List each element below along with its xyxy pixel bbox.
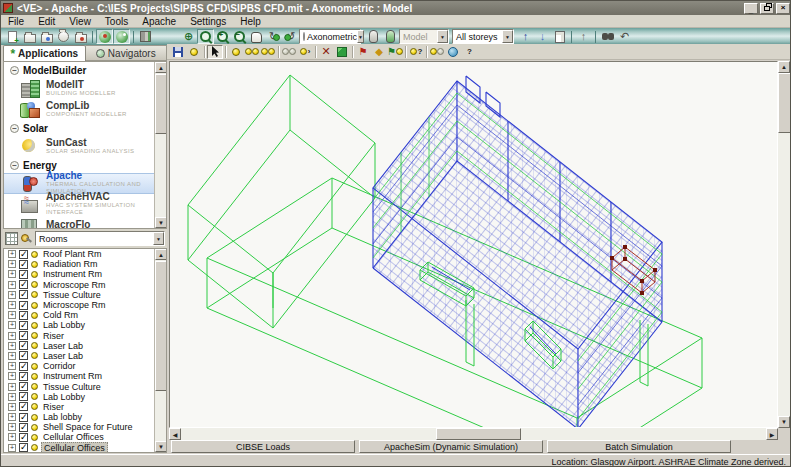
canvas-hscrollbar[interactable]: ◀ ▶ <box>169 428 778 440</box>
expand-icon[interactable] <box>8 362 16 370</box>
expand-icon[interactable] <box>8 250 16 258</box>
bulb-edit-icon[interactable] <box>228 45 244 59</box>
undo-icon[interactable]: ↶ <box>616 29 633 44</box>
collapse-icon[interactable]: − <box>10 124 19 133</box>
open-folder-icon[interactable] <box>21 29 38 44</box>
scroll-down-icon[interactable]: ▼ <box>155 217 167 228</box>
zoom-in-icon[interactable]: + <box>214 29 231 44</box>
bulb-dim-pair-icon[interactable] <box>281 45 297 59</box>
section-modelbuilder[interactable]: − ModelBuilder <box>4 62 166 78</box>
restore-button[interactable] <box>760 3 774 14</box>
apachesim-button[interactable]: ApacheSim (Dynamic Simulation) <box>359 440 543 453</box>
canvas-vscrollbar[interactable]: ▲ ▼ <box>778 61 791 428</box>
key-sort-icon[interactable] <box>20 232 33 245</box>
view-mode-select[interactable]: Axonometric <box>299 29 361 44</box>
tab-applications[interactable]: * Applications <box>3 45 86 61</box>
room-checkbox[interactable] <box>19 260 28 269</box>
room-checkbox[interactable] <box>19 321 28 330</box>
room-checkbox[interactable] <box>19 301 28 310</box>
room-row[interactable]: Shell Space for Future <box>4 422 166 432</box>
room-checkbox[interactable] <box>19 443 28 452</box>
room-checkbox[interactable] <box>19 270 28 279</box>
menu-tools[interactable]: Tools <box>98 16 135 27</box>
mouse-green-icon[interactable] <box>382 29 399 44</box>
room-row[interactable]: Microscope Rm <box>4 300 166 310</box>
menu-settings[interactable]: Settings <box>183 16 233 27</box>
bulb-new-icon[interactable] <box>186 45 202 59</box>
expand-icon[interactable] <box>8 444 16 452</box>
bulb-pair-icon[interactable] <box>429 45 445 59</box>
query-icon[interactable]: ? <box>461 45 477 59</box>
flag-green-icon[interactable]: ⚑ <box>387 45 403 59</box>
app-item-macroflo[interactable]: MacroFlo <box>4 215 166 229</box>
room-row[interactable]: Lab Lobby <box>4 392 166 402</box>
scrollbar-thumb[interactable] <box>155 261 167 391</box>
expand-icon[interactable] <box>8 393 16 401</box>
room-row[interactable]: Riser <box>4 331 166 341</box>
app-item-complib[interactable]: CompLibCOMPONENT MODELLER <box>4 99 166 120</box>
building-icon[interactable] <box>137 29 154 44</box>
display-mode-select[interactable]: Model <box>399 29 449 44</box>
room-checkbox[interactable] <box>19 311 28 320</box>
expand-icon[interactable] <box>8 281 16 289</box>
room-checkbox[interactable] <box>19 423 28 432</box>
room-row[interactable]: Lab Lobby <box>4 320 166 330</box>
bulb-assign-icon[interactable]: › <box>297 45 313 59</box>
menu-apache[interactable]: Apache <box>135 16 183 27</box>
pan-hand-icon[interactable] <box>248 29 265 44</box>
bulb-copy-check-icon[interactable] <box>260 45 276 59</box>
zoom-window-icon[interactable] <box>197 29 214 44</box>
expand-icon[interactable] <box>8 332 16 340</box>
cibse-loads-button[interactable]: CIBSE Loads <box>171 440 355 453</box>
expand-icon[interactable] <box>8 423 16 431</box>
scrollbar-thumb[interactable] <box>155 74 167 134</box>
diamond-icon[interactable]: ◆ <box>371 45 387 59</box>
room-row[interactable]: Laser Lab <box>4 341 166 351</box>
room-row[interactable]: Tissue Culture <box>4 290 166 300</box>
close-button[interactable]: × <box>776 3 790 14</box>
flag-red-icon[interactable]: ⚑ <box>355 45 371 59</box>
expand-icon[interactable] <box>8 352 16 360</box>
room-checkbox[interactable] <box>19 341 28 350</box>
bulb-copy-icon[interactable] <box>244 45 260 59</box>
storey-up-icon[interactable]: ↑ <box>517 29 534 44</box>
binoculars-icon[interactable] <box>599 29 616 44</box>
scroll-up-icon[interactable]: ▲ <box>155 62 167 73</box>
expand-icon[interactable] <box>8 383 16 391</box>
storey-filter-select[interactable]: All storeys <box>452 29 514 44</box>
preview-folder-icon[interactable] <box>55 29 72 44</box>
north-arrow-icon[interactable]: ↑ <box>575 29 592 44</box>
sun-sphere-icon[interactable] <box>96 29 113 44</box>
model-canvas[interactable] <box>169 61 778 428</box>
storey-down-icon[interactable]: ↓ <box>534 29 551 44</box>
scroll-down-icon[interactable]: ▼ <box>155 441 167 452</box>
room-checkbox[interactable] <box>19 280 28 289</box>
menu-file[interactable]: File <box>1 16 31 27</box>
room-checkbox[interactable] <box>19 250 28 259</box>
app-item-modelit[interactable]: ModelITBUILDING MODELLER <box>4 78 166 99</box>
view-mode-dropdown-arrow[interactable] <box>357 30 364 43</box>
expand-icon[interactable] <box>8 433 16 441</box>
room-checkbox[interactable] <box>19 433 28 442</box>
bulb-query-icon[interactable]: ? <box>408 45 424 59</box>
room-checkbox[interactable] <box>19 362 28 371</box>
room-row[interactable]: Cold Rm <box>4 310 166 320</box>
room-checkbox[interactable] <box>19 413 28 422</box>
zoom-extents-icon[interactable]: ⊕ <box>180 29 197 44</box>
scroll-right-icon[interactable]: ▶ <box>766 428 778 440</box>
room-row[interactable]: Roof Plant Rm <box>4 249 166 259</box>
grid-icon[interactable] <box>5 232 18 245</box>
room-checkbox[interactable] <box>19 382 28 391</box>
zoom-out-icon[interactable]: − <box>231 29 248 44</box>
expand-icon[interactable] <box>8 372 16 380</box>
import-folder-icon[interactable] <box>72 29 89 44</box>
expand-icon[interactable] <box>8 413 16 421</box>
new-model-icon[interactable]: + <box>4 29 21 44</box>
expand-icon[interactable] <box>8 270 16 278</box>
room-checkbox[interactable] <box>19 290 28 299</box>
room-row[interactable]: Corridor <box>4 361 166 371</box>
collapse-icon[interactable]: − <box>10 66 19 75</box>
solid-cube-icon[interactable] <box>334 45 350 59</box>
scrollbar-thumb[interactable] <box>778 73 791 133</box>
room-row[interactable]: Instrument Rm <box>4 269 166 279</box>
